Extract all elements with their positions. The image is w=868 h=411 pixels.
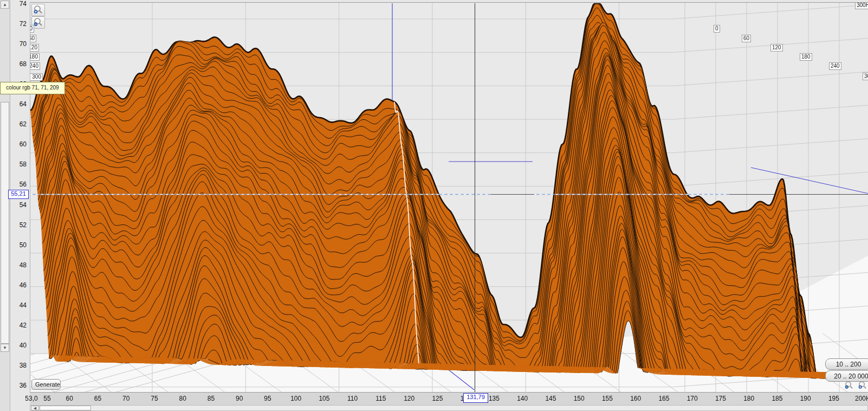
scroll-down-button[interactable]: ▼ bbox=[1, 344, 9, 352]
time-label: 240 bbox=[829, 62, 841, 70]
plot-area: 060120180240300 060120180240300 300Hz Ge… bbox=[30, 2, 868, 392]
time-label: 0 bbox=[30, 25, 34, 33]
down-arrow-icon: ▼ bbox=[3, 345, 7, 350]
range-20-20000-button[interactable]: 20 .. 20 000 bbox=[825, 370, 868, 382]
time-label: 60 bbox=[742, 35, 751, 42]
time-label: 120 bbox=[770, 44, 783, 52]
vertical-scrollbar-thumb[interactable] bbox=[1, 102, 9, 344]
x-axis-label: 80 bbox=[179, 395, 186, 402]
waterfall-canvas[interactable] bbox=[30, 3, 868, 392]
zoom-in-button[interactable] bbox=[31, 4, 45, 16]
x-axis-label: 185 bbox=[772, 395, 782, 402]
x-axis-label: 145 bbox=[545, 395, 556, 402]
x-axis-label: 115 bbox=[375, 395, 386, 402]
x-axis-label: 100 bbox=[290, 395, 301, 402]
x-axis-label: 140 bbox=[517, 395, 528, 402]
vertical-scrollbar[interactable]: ▲ ▼ bbox=[0, 0, 10, 411]
level-cursor-readout: 55,21 bbox=[8, 190, 29, 199]
y-axis-label: 68 bbox=[10, 60, 27, 68]
y-axis-label: 56 bbox=[10, 181, 27, 188]
x-axis-label: 180 bbox=[743, 395, 754, 402]
x-axis-label: 165 bbox=[658, 395, 669, 402]
x-axis-label: 155 bbox=[602, 395, 613, 402]
up-arrow-icon: ▲ bbox=[3, 2, 7, 7]
y-axis-label: 44 bbox=[10, 301, 27, 309]
x-axis-label: 135 bbox=[489, 395, 500, 402]
y-axis-label: 48 bbox=[10, 261, 27, 269]
horizontal-scrollbar-thumb[interactable] bbox=[40, 406, 91, 410]
zoom-out-mini-button[interactable] bbox=[844, 381, 854, 391]
x-axis-label: 175 bbox=[715, 395, 726, 402]
y-axis-label: 72 bbox=[10, 20, 27, 28]
time-label: 120 bbox=[30, 44, 39, 52]
y-axis-label: 70 bbox=[10, 40, 27, 48]
x-axis-label: 75 bbox=[151, 395, 158, 402]
scroll-up-button[interactable]: ▲ bbox=[1, 1, 9, 9]
x-axis-label: 195 bbox=[828, 395, 839, 402]
time-label: 180 bbox=[30, 53, 40, 61]
y-axis-label: 38 bbox=[10, 362, 27, 369]
y-axis-label: 54 bbox=[10, 201, 27, 209]
x-axis: 53,0556065707580859095100105110115120125… bbox=[0, 392, 868, 405]
x-axis-label: 95 bbox=[264, 395, 271, 402]
zoom-in-icon bbox=[32, 5, 44, 15]
x-axis-label: 190 bbox=[800, 395, 811, 402]
freq-cursor-readout: 131,79 bbox=[463, 393, 488, 403]
zoom-out-icon bbox=[844, 384, 854, 392]
left-arrow-icon: ◀ bbox=[34, 406, 36, 410]
y-axis-label: 58 bbox=[10, 160, 27, 168]
y-axis-label: 74 bbox=[10, 0, 27, 8]
x-axis-label: 70 bbox=[122, 395, 129, 402]
x-axis-label: 170 bbox=[687, 395, 698, 402]
x-axis-label: 110 bbox=[347, 395, 358, 402]
x-axis-label: 160 bbox=[630, 395, 641, 402]
x-axis-label: 125 bbox=[432, 395, 443, 402]
x-axis-label: 120 bbox=[404, 395, 414, 402]
x-axis-label: 200Hz bbox=[855, 395, 868, 402]
y-axis-label: 62 bbox=[10, 120, 27, 128]
x-axis-label: 53,0 bbox=[25, 395, 37, 402]
time-label: 0 bbox=[714, 25, 720, 33]
back-edge-label: 300Hz bbox=[855, 2, 868, 9]
colour-tooltip: colour rgb 71, 71, 209 bbox=[0, 82, 65, 94]
x-axis-label: 85 bbox=[208, 395, 215, 402]
y-axis-label: 36 bbox=[10, 382, 27, 389]
x-axis-label: 55 bbox=[43, 395, 50, 402]
x-axis-label: 65 bbox=[94, 395, 101, 402]
generate-button[interactable]: Generate bbox=[31, 379, 61, 390]
time-label: 60 bbox=[30, 35, 36, 42]
time-label: 240 bbox=[30, 62, 40, 70]
y-axis-label: 42 bbox=[10, 322, 27, 329]
zoom-in-icon bbox=[858, 384, 867, 392]
y-axis-label: 50 bbox=[10, 241, 27, 249]
scroll-left-button[interactable]: ◀ bbox=[31, 406, 39, 410]
y-axis-label: 40 bbox=[10, 342, 27, 349]
y-axis-label: 52 bbox=[10, 221, 27, 229]
y-axis-label: 64 bbox=[10, 100, 27, 108]
horizontal-scrollbar[interactable]: ◀ bbox=[30, 405, 868, 411]
zoom-in-mini-button[interactable] bbox=[857, 381, 868, 391]
range-10-200-button[interactable]: 10 .. 200 bbox=[825, 358, 868, 370]
y-axis-label: 46 bbox=[10, 281, 27, 289]
x-axis-label: 150 bbox=[574, 395, 585, 402]
x-axis-label: 90 bbox=[236, 395, 243, 402]
time-label: 180 bbox=[800, 53, 812, 61]
x-axis-label: 105 bbox=[319, 395, 329, 402]
time-label: 300 bbox=[30, 73, 43, 81]
app-window: ▲ ▼ 747270686664626058565452504846444240… bbox=[0, 0, 868, 411]
x-axis-label: 60 bbox=[66, 395, 73, 402]
y-axis-label: 60 bbox=[10, 140, 27, 148]
time-label: 300 bbox=[863, 73, 868, 80]
